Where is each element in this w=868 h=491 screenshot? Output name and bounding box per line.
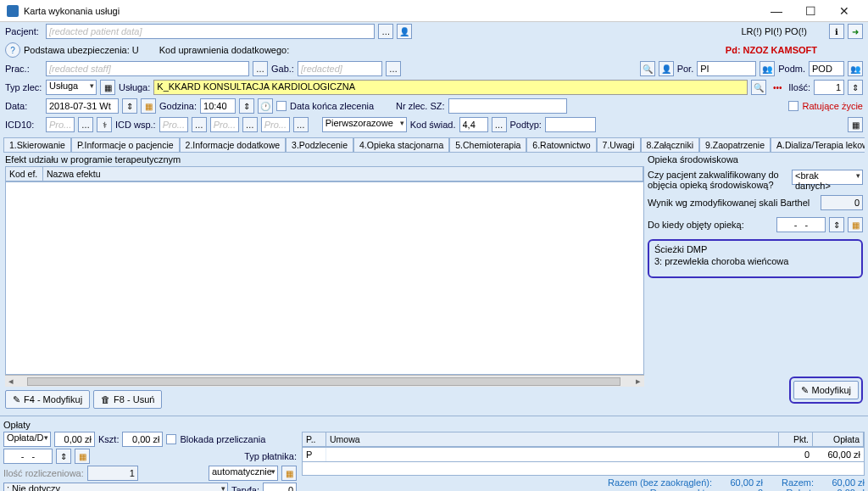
tab-info-dodatkowe[interactable]: 2.Informacje dodatkowe: [180, 137, 286, 152]
clock-icon[interactable]: 🕐: [258, 98, 273, 114]
typ-zlec-combo[interactable]: Usługa: [46, 80, 97, 95]
tab-zalaczniki[interactable]: 8.Załączniki: [641, 137, 699, 152]
taryfa-icon[interactable]: ▦: [281, 466, 297, 481]
tab-opieka-stacjonarna[interactable]: 4.Opieka stacjonarna: [353, 137, 449, 152]
umowa-row[interactable]: P 0 60,00 zł: [302, 447, 865, 462]
icd-wsp-lookup2[interactable]: …: [242, 117, 258, 132]
por-field[interactable]: [697, 61, 756, 76]
razem-bez-label: Razem (bez zaokrągleń):: [585, 477, 712, 488]
effect-grid-body[interactable]: [5, 181, 644, 375]
date-blank-spinner[interactable]: ⇕: [56, 449, 71, 464]
ratujace-checkbox[interactable]: [788, 101, 798, 111]
data-field[interactable]: [46, 98, 119, 114]
f4-modyfikuj-button[interactable]: ✎ F4 - Modyfikuj: [5, 390, 90, 409]
pacjent-lookup-button[interactable]: …: [378, 24, 393, 39]
col-nazwa-efektu[interactable]: Nazwa efektu: [43, 167, 643, 181]
blokada-checkbox[interactable]: [166, 434, 176, 444]
arrow-icon[interactable]: ➜: [848, 24, 863, 39]
oplata-d-combo[interactable]: Opłata/D: [3, 432, 51, 447]
close-button[interactable]: ✕: [827, 1, 861, 21]
icd-wsp-2[interactable]: [210, 117, 239, 132]
info-icon[interactable]: ℹ: [829, 24, 844, 39]
right-group-title: Opieka środowiskowa: [648, 153, 863, 166]
tab-chemioterapia[interactable]: 5.Chemioterapia: [449, 137, 526, 152]
godzina-spinner[interactable]: ⇕: [239, 98, 254, 114]
icd10-field1[interactable]: [46, 117, 75, 132]
calendar-icon[interactable]: ▦: [141, 98, 156, 114]
kod-swiad-field[interactable]: [459, 117, 488, 132]
icd-extra-icon[interactable]: ▦: [848, 117, 863, 132]
do-kiedy-calendar-icon[interactable]: ▦: [848, 217, 863, 232]
f8-usun-button[interactable]: 🗑 F8 - Usuń: [93, 390, 162, 409]
tab-uwagi[interactable]: 7.Uwagi: [597, 137, 641, 152]
prac-field[interactable]: [46, 61, 249, 76]
nie-dotyczy-combo[interactable]: : Nie dotyczy: [3, 483, 228, 491]
maximize-button[interactable]: ☐: [793, 1, 827, 21]
data-spinner[interactable]: ⇕: [122, 98, 137, 114]
pacjent-user-icon[interactable]: 👤: [397, 24, 412, 39]
oplata-d-field[interactable]: [54, 432, 95, 447]
typ-zlec-icon[interactable]: ▦: [100, 80, 115, 95]
do-kiedy-field[interactable]: [776, 217, 826, 232]
usluga-search-icon[interactable]: 🔍: [751, 80, 766, 95]
por-icon[interactable]: 👥: [760, 61, 775, 76]
tab-ratownictwo[interactable]: 6.Ratownictwo: [526, 137, 596, 152]
ilosc-rozl-field[interactable]: [87, 466, 138, 481]
dmp-title: Ścieżki DMP: [654, 244, 856, 254]
ilosc-spinner[interactable]: ⇕: [848, 80, 863, 95]
usluga-dots-icon[interactable]: •••: [770, 80, 785, 95]
nrzlec-field[interactable]: [448, 98, 567, 114]
tab-info-pacjent[interactable]: P.Informacje o pacjencie: [71, 137, 180, 152]
icd-wsp-lookup3[interactable]: …: [293, 117, 309, 132]
search-icon[interactable]: 🔍: [640, 61, 655, 76]
prac-lookup-button[interactable]: …: [253, 61, 268, 76]
taryfa-field[interactable]: [263, 483, 297, 491]
usluga-label: Usługa:: [119, 82, 150, 92]
icd10-lookup1[interactable]: …: [78, 117, 93, 132]
gab-lookup-button[interactable]: …: [386, 61, 401, 76]
tab-dializa[interactable]: A.Dializa/Terapia lekowa: [771, 137, 865, 152]
podstawa-label: Podstawa ubezpieczenia: U: [24, 45, 139, 55]
kszt-label: Kszt:: [98, 434, 119, 444]
kszt-field[interactable]: [122, 432, 163, 447]
do-kiedy-spinner[interactable]: ⇕: [829, 217, 844, 232]
lr-info: LR(!) PI(!) PO(!): [741, 26, 807, 36]
q1-combo[interactable]: <brak danych>: [792, 170, 863, 185]
godzina-field[interactable]: [200, 98, 236, 114]
umowa-col-oplata[interactable]: Opłata: [813, 432, 864, 446]
umowa-col-umowa[interactable]: Umowa: [326, 432, 779, 446]
podm-field[interactable]: [809, 61, 844, 76]
modyfikuj-button[interactable]: ✎ Modyfikuj: [793, 381, 859, 399]
typ-platnika-combo[interactable]: automatycznie: [209, 466, 278, 481]
tab-podzlecenie[interactable]: 3.Podzlecenie: [286, 137, 353, 152]
ilosc-field[interactable]: [814, 80, 844, 95]
usluga-field[interactable]: K_KKARD KONSULTACJA KARDIOLOGICZNA: [153, 80, 748, 95]
icd-icon[interactable]: ⚕: [97, 117, 112, 132]
podm-icon[interactable]: 👥: [848, 61, 863, 76]
window-icon: [7, 5, 19, 17]
umowa-col-pkt[interactable]: Pkt.: [779, 432, 813, 446]
date-blank-field[interactable]: [3, 449, 53, 464]
icd-wsp-1[interactable]: [159, 117, 188, 132]
dmp-group: Ścieżki DMP 3: przewlekła choroba wieńco…: [648, 239, 863, 278]
tab-zaopatrzenie[interactable]: 9.Zaopatrzenie: [699, 137, 771, 152]
minimize-button[interactable]: —: [760, 1, 793, 21]
pacjent-field[interactable]: [46, 24, 375, 39]
umowa-col-p[interactable]: P..: [303, 432, 326, 446]
kod-swiad-lookup[interactable]: …: [492, 117, 507, 132]
gab-field[interactable]: [298, 61, 382, 76]
data-konca-checkbox[interactable]: [276, 101, 287, 111]
icd-wsp-lookup1[interactable]: …: [192, 117, 207, 132]
col-kod-ef[interactable]: Kod ef.: [6, 167, 43, 181]
podtyp-field[interactable]: [545, 117, 596, 132]
tab-skierowanie[interactable]: 1.Skierowanie: [3, 137, 71, 152]
user-icon[interactable]: 👤: [659, 61, 674, 76]
help-icon[interactable]: ?: [5, 42, 20, 58]
barthel-field[interactable]: [821, 195, 863, 210]
typ-zlec-label: Typ zlec:: [5, 82, 42, 92]
razem-punkty-label: Razem punkty:: [585, 488, 712, 491]
date-blank-calendar-icon[interactable]: ▦: [75, 449, 90, 464]
pierwszorazowe-combo[interactable]: Pierwszorazowe: [322, 117, 407, 132]
icd-wsp-3[interactable]: [261, 117, 290, 132]
effect-grid-scrollbar[interactable]: ◂▸: [5, 375, 644, 387]
